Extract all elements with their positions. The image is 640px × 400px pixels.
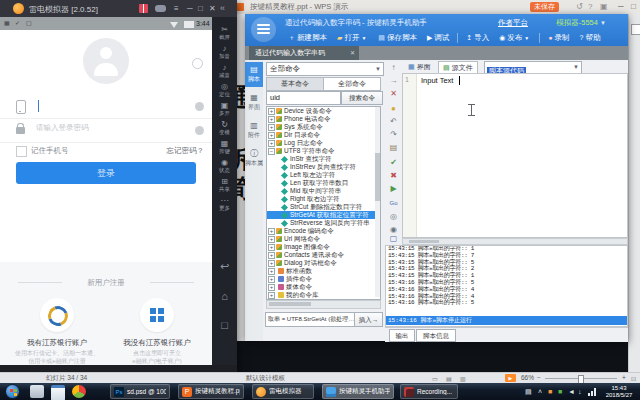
tree-command[interactable]: Mid 取中间字符串 — [267, 187, 380, 195]
account-dropdown-icon[interactable] — [192, 58, 203, 69]
insert-preview-field[interactable]: 取串 = UTF8.StrGetAt (欲处理… — [265, 312, 355, 327]
sidebar-location[interactable]: ◎定位 — [212, 82, 237, 98]
password-input[interactable]: 请输入登录密码 — [0, 118, 212, 143]
android-back-button[interactable]: ↩ — [212, 260, 237, 273]
syntax-check-icon[interactable]: ✔ — [385, 156, 402, 169]
tree-group-expanded[interactable]: −UTF8 字符串命令 — [267, 147, 380, 155]
remember-checkbox[interactable] — [16, 146, 27, 157]
tree-scrollbar[interactable] — [375, 107, 380, 297]
ide-titlebar[interactable]: 通过代码输入数字串码 - 按键精灵手机助手 作者平台 模拟器-5554 ▼ ＋新… — [245, 14, 628, 46]
help-button[interactable]: ?帮助 — [575, 31, 606, 45]
login-button[interactable]: 登录 — [16, 162, 196, 184]
start-button[interactable] — [5, 384, 20, 399]
tree-group[interactable]: +Contacts 通讯录命令 — [267, 251, 380, 259]
taskbar-recording[interactable]: Recording... — [400, 384, 458, 399]
delete-icon[interactable]: ✕ — [385, 87, 402, 100]
device-selector[interactable]: 模拟器-5554 ▼ — [556, 18, 606, 28]
nav-item-properties[interactable]: ⓘ脚本属性 — [245, 146, 263, 171]
undo-icon[interactable]: ↶ — [385, 115, 402, 128]
collapse-icon[interactable]: − — [268, 148, 275, 155]
move-right-icon[interactable]: → — [385, 74, 402, 87]
have-account-icon[interactable] — [40, 298, 74, 332]
taskbar-wps[interactable]: P 按键精灵教程.ppt.. — [178, 384, 244, 399]
tree-group[interactable]: +Log 日志命令 — [267, 139, 380, 147]
android-recents-button[interactable]: □ — [212, 319, 237, 331]
open-button[interactable]: ▰打开▼ — [332, 31, 373, 45]
expand-icon[interactable]: + — [268, 260, 275, 267]
collapse-sidebar-icon[interactable]: « — [220, 3, 225, 13]
sidebar-status[interactable]: ◉状态 — [212, 158, 237, 174]
sidebar-multi-instance[interactable]: ▣多开 — [212, 101, 237, 117]
tab-ui-designer[interactable]: ▦界面 — [404, 61, 435, 73]
editor-hscrollbar[interactable] — [402, 238, 628, 245]
tree-group[interactable]: +Encode 编码命令 — [267, 227, 380, 235]
tab-script-info[interactable]: 脚本信息 — [416, 329, 456, 342]
usb-tray-icon[interactable]: ↓ — [578, 388, 582, 396]
sidebar-volume-up[interactable]: ♪加音 — [212, 44, 237, 60]
tree-command[interactable]: InStr 查找字符 — [267, 155, 380, 163]
expand-icon[interactable]: + — [268, 268, 275, 275]
printer-tray-icon[interactable]: ▤ — [525, 388, 532, 396]
hint-icon[interactable]: ● — [385, 102, 402, 115]
sidebar-keymap[interactable]: ▦按键 — [212, 139, 237, 155]
sidebar-rotate[interactable]: ↻变横 — [212, 120, 237, 136]
expand-icon[interactable]: + — [268, 236, 275, 243]
tree-group[interactable]: +Phone 电话命令 — [267, 115, 380, 123]
record-button[interactable]: ●录制 — [543, 31, 574, 45]
tree-command[interactable]: StrReverse 返回反向字符串 — [267, 219, 380, 227]
tree-command[interactable]: Left 取左边字符 — [267, 171, 380, 179]
maximize-button[interactable]: □ — [198, 3, 203, 14]
clear-input-icon[interactable] — [195, 102, 204, 111]
tree-group[interactable]: +Dir 目录命令 — [267, 131, 380, 139]
expand-icon[interactable]: + — [268, 116, 275, 123]
chrome-icon[interactable] — [72, 385, 86, 398]
monitor-icon[interactable]: ▢ — [385, 232, 402, 245]
sidebar-more[interactable]: ⋯更多 — [212, 196, 237, 212]
nav-item-attachments[interactable]: ▥附件 — [245, 118, 263, 143]
script-tab[interactable]: 通过代码输入数字串码 ✕ — [249, 46, 359, 60]
run-icon[interactable]: ▶ — [385, 182, 402, 195]
sidebar-share[interactable]: ⊞共享 — [212, 177, 237, 193]
nav-item-ui[interactable]: ▦界面 — [245, 90, 263, 115]
tray-app-icon[interactable]: ■ — [548, 388, 552, 396]
no-account-title[interactable]: 我没有江苏银行账户 — [102, 338, 212, 348]
author-platform-link[interactable]: 作者平台 — [498, 18, 528, 28]
slideshow-play-button[interactable]: ▶ — [505, 374, 516, 382]
gift-icon[interactable] — [139, 4, 148, 13]
wps-ribbon-icon[interactable]: ▣ — [600, 2, 608, 12]
expand-icon[interactable]: + — [268, 228, 275, 235]
tree-command[interactable]: Len 获取字符串数目 — [267, 179, 380, 187]
tree-command[interactable]: InStrRev 反向查找字符 — [267, 163, 380, 171]
move-up-icon[interactable]: ↑ — [385, 61, 402, 74]
expand-icon[interactable]: + — [268, 244, 275, 251]
code-editor[interactable]: 1 Input Text — [402, 73, 628, 238]
show-hidden-icons[interactable]: ˄ — [538, 388, 542, 396]
volume-tray-icon[interactable]: ◄ — [568, 388, 575, 396]
wps-titlebar[interactable]: 按键精灵教程.ppt - WPS 演示 未保存 ↺ ? ▣ ─ □ ✕ — [230, 0, 640, 15]
tree-group[interactable]: +Dialog 对话框命令 — [267, 259, 380, 267]
command-search-button[interactable]: 搜索命令 — [341, 91, 383, 105]
taskbar-photoshop[interactable]: Ps sd.psd @ 100%... — [110, 384, 170, 399]
normal-view-icon[interactable]: ▭ — [432, 375, 438, 382]
close-button[interactable]: ✕ — [209, 3, 216, 14]
taskbar-clock[interactable]: 15:43 2018/5/27 — [600, 385, 638, 399]
zoom-level[interactable]: 66% — [521, 374, 534, 381]
expand-icon[interactable]: + — [268, 132, 275, 139]
command-search-input[interactable]: uid — [266, 91, 341, 105]
output-log-panel[interactable]: 15:43:15 脚本»取出的字符:: 1 15:43:15 脚本»取出的字符:… — [385, 245, 628, 327]
expand-icon[interactable]: + — [268, 284, 275, 291]
wps-pane-icon[interactable] — [631, 24, 640, 35]
gamepad-icon[interactable] — [155, 5, 166, 12]
expand-icon[interactable]: + — [268, 252, 275, 259]
tree-group-media[interactable]: +媒体命令 — [267, 283, 380, 291]
debug-button[interactable]: ▶调试 — [422, 31, 454, 45]
minimize-button[interactable]: ─ — [187, 3, 193, 14]
import-button[interactable]: ↥导入 — [461, 31, 494, 45]
tree-command[interactable]: StrCut 删除指定数目字符 — [267, 203, 380, 211]
tree-group[interactable]: +Sys 系统命令 — [267, 123, 380, 131]
have-account-title[interactable]: 我有江苏银行账户 — [2, 338, 112, 348]
zoom-in-button[interactable]: + — [622, 374, 626, 381]
expand-icon[interactable]: + — [268, 108, 275, 115]
tab-all-commands[interactable]: 全部命令 — [323, 77, 381, 91]
wps-unsaved-badge[interactable]: 未保存 — [530, 2, 559, 12]
